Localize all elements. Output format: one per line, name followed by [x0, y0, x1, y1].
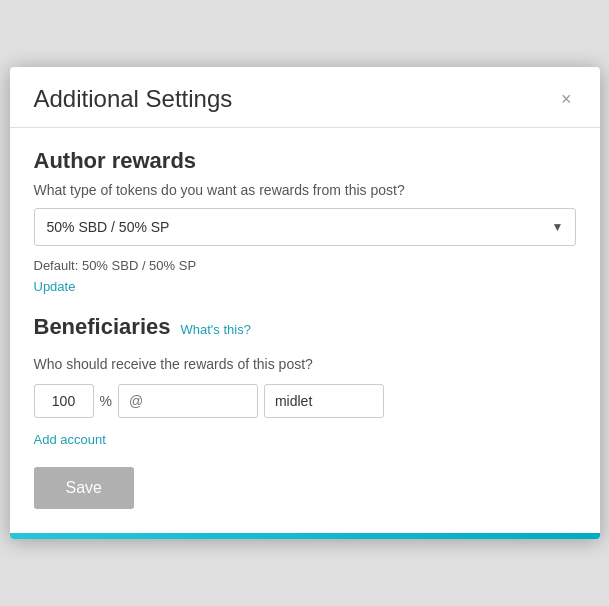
- percent-symbol: %: [100, 393, 112, 409]
- modal: Additional Settings × Author rewards Wha…: [10, 67, 600, 539]
- modal-bottom-bar: [10, 533, 600, 539]
- author-rewards-section: Author rewards What type of tokens do yo…: [34, 148, 576, 314]
- account-input[interactable]: [264, 384, 384, 418]
- at-placeholder-input[interactable]: [118, 384, 258, 418]
- beneficiaries-label: Who should receive the rewards of this p…: [34, 356, 576, 372]
- modal-header: Additional Settings ×: [10, 67, 600, 128]
- modal-body: Author rewards What type of tokens do yo…: [10, 128, 600, 533]
- modal-overlay: Additional Settings × Author rewards Wha…: [0, 0, 609, 606]
- author-rewards-title: Author rewards: [34, 148, 576, 174]
- beneficiaries-header: Beneficiaries What's this?: [34, 314, 576, 348]
- save-button[interactable]: Save: [34, 467, 134, 509]
- add-account-link[interactable]: Add account: [34, 432, 106, 447]
- default-text: Default: 50% SBD / 50% SP: [34, 258, 576, 273]
- modal-title: Additional Settings: [34, 85, 233, 113]
- close-button[interactable]: ×: [557, 88, 576, 110]
- reward-select[interactable]: 50% SBD / 50% SP 100% Steem Power Declin…: [34, 208, 576, 246]
- beneficiaries-title: Beneficiaries: [34, 314, 171, 340]
- whats-this-link[interactable]: What's this?: [180, 322, 250, 337]
- update-link[interactable]: Update: [34, 279, 76, 294]
- beneficiaries-section: Beneficiaries What's this? Who should re…: [34, 314, 576, 467]
- beneficiary-row: %: [34, 384, 576, 418]
- author-rewards-label: What type of tokens do you want as rewar…: [34, 182, 576, 198]
- percent-input[interactable]: [34, 384, 94, 418]
- reward-select-wrapper: 50% SBD / 50% SP 100% Steem Power Declin…: [34, 208, 576, 246]
